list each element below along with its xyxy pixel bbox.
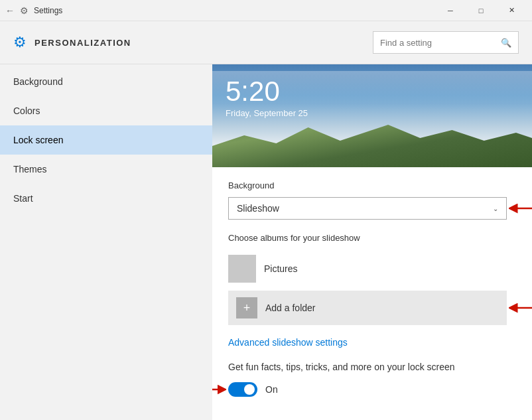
sidebar-item-label: Lock screen (13, 135, 63, 145)
preview-clock: 5:20 (226, 78, 308, 105)
album-name: Pictures (264, 263, 298, 274)
sidebar-item-start[interactable]: Start (0, 184, 212, 213)
toggle-knob (244, 384, 255, 395)
search-box[interactable]: 🔍 (373, 31, 519, 54)
page-title: PERSONALIZATION (34, 38, 131, 48)
main-panel: 5:20 Friday, September 25 Background Sli… (212, 64, 532, 420)
arrow-annotation-dropdown (509, 201, 532, 216)
dropdown-value: Slideshow (237, 203, 279, 214)
sidebar-item-label: Themes (13, 164, 47, 175)
add-folder-label: Add a folder (265, 303, 316, 313)
background-dropdown[interactable]: Slideshow ⌄ (228, 197, 507, 220)
lockscreen-preview: 5:20 Friday, September 25 (212, 64, 532, 167)
add-folder-wrapper: + Add a folder (228, 291, 507, 325)
sidebar-item-label: Start (13, 193, 33, 204)
search-input[interactable] (380, 38, 501, 48)
sidebar: Background Colors Lock screen Themes Sta… (0, 64, 212, 420)
close-button[interactable]: ✕ (496, 0, 527, 21)
sidebar-item-label: Colors (13, 105, 40, 116)
arrow-annotation-addfolder (509, 301, 532, 315)
preview-time-area: 5:20 Friday, September 25 (226, 78, 308, 118)
dropdown-wrapper: Slideshow ⌄ (228, 197, 507, 220)
toggle-row: On (228, 382, 516, 397)
header-left: ⚙ PERSONALIZATION (13, 34, 131, 51)
sidebar-item-themes[interactable]: Themes (0, 155, 212, 184)
sidebar-item-label: Background (13, 76, 63, 87)
header: ⚙ PERSONALIZATION 🔍 (0, 21, 532, 64)
titlebar-controls: ─ □ ✕ (435, 0, 527, 21)
album-item-pictures: Pictures (228, 251, 516, 287)
toggle-label: On (265, 384, 278, 395)
mountains (212, 114, 532, 167)
search-icon: 🔍 (501, 38, 511, 48)
maximize-button[interactable]: □ (466, 0, 496, 21)
fun-facts-text: Get fun facts, tips, tricks, and more on… (228, 361, 516, 374)
background-label: Background (228, 180, 516, 190)
fun-facts-toggle[interactable] (228, 382, 257, 397)
arrow-annotation-toggle (212, 382, 226, 397)
plus-icon: + (236, 297, 257, 318)
window-title: Settings (34, 6, 62, 15)
app-icon: ⚙ (20, 5, 29, 16)
titlebar-left: ← ⚙ Settings (5, 5, 62, 16)
back-icon[interactable]: ← (5, 5, 15, 16)
albums-label: Choose albums for your slideshow (228, 233, 516, 243)
add-folder-button[interactable]: + Add a folder (228, 291, 507, 325)
album-thumbnail (228, 255, 256, 283)
settings-content: Background Slideshow ⌄ (212, 167, 532, 410)
preview-date: Friday, September 25 (226, 108, 308, 118)
app: ⚙ PERSONALIZATION 🔍 Background Colors Lo… (0, 21, 532, 420)
chevron-down-icon: ⌄ (493, 205, 498, 212)
content-area: Background Colors Lock screen Themes Sta… (0, 64, 532, 420)
sidebar-item-background[interactable]: Background (0, 67, 212, 96)
titlebar: ← ⚙ Settings ─ □ ✕ (0, 0, 532, 21)
gear-icon: ⚙ (13, 34, 27, 51)
minimize-button[interactable]: ─ (435, 0, 466, 21)
sidebar-item-colors[interactable]: Colors (0, 96, 212, 125)
advanced-slideshow-link[interactable]: Advanced slideshow settings (228, 337, 516, 348)
sidebar-item-lockscreen[interactable]: Lock screen (0, 125, 212, 155)
